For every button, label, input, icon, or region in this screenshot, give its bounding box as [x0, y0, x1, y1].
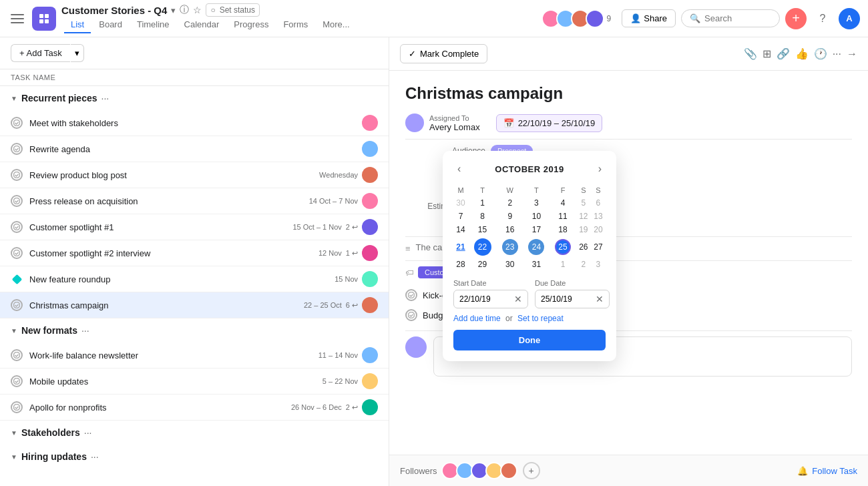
user-avatar[interactable]: A [839, 8, 860, 29]
search-box[interactable]: 🔍 [681, 9, 780, 27]
start-date-field[interactable]: ✕ [453, 290, 528, 308]
section-more-stakeholders[interactable]: ··· [84, 427, 92, 438]
attachment-icon[interactable]: 📎 [744, 47, 757, 60]
due-date-clear-btn[interactable]: ✕ [596, 294, 604, 304]
task-row[interactable]: Meet with stakeholders [0, 110, 389, 136]
date-field[interactable]: 📅 22/10/19 – 25/10/19 [496, 114, 603, 132]
task-check[interactable] [11, 299, 23, 311]
share-button[interactable]: 👤 Share [622, 9, 676, 27]
calendar-done-button[interactable]: Done [453, 330, 606, 350]
tab-timeline[interactable]: Timeline [130, 17, 176, 33]
set-status-btn[interactable]: ○ Set status [206, 3, 260, 17]
section-more-hiring[interactable]: ··· [91, 451, 99, 462]
cal-day[interactable]: 3 [591, 258, 606, 271]
cal-day[interactable]: 5 [576, 196, 591, 210]
help-button[interactable]: ? [812, 8, 833, 29]
section-new-formats[interactable]: ▼ New formats ··· [0, 318, 389, 342]
task-row[interactable]: Mobile updates 5 – 22 Nov [0, 369, 389, 395]
task-check[interactable] [11, 401, 23, 413]
cal-day[interactable]: 12 [576, 210, 591, 223]
link-icon[interactable]: 🔗 [777, 47, 790, 60]
task-row[interactable]: Rewrite agenda [0, 136, 389, 162]
cal-day[interactable]: 16 [497, 223, 523, 236]
cal-day[interactable]: 10 [523, 210, 550, 223]
cal-day[interactable]: 19 [576, 223, 591, 236]
cal-day[interactable]: 4 [550, 196, 576, 210]
like-icon[interactable]: 👍 [795, 47, 809, 60]
tab-more[interactable]: More... [316, 17, 356, 33]
cal-day-23[interactable]: 23 [497, 236, 523, 258]
more-icon[interactable]: ··· [833, 48, 841, 60]
cal-day[interactable]: 2 [497, 196, 523, 210]
start-date-input[interactable] [459, 294, 513, 304]
expand-icon[interactable]: → [847, 48, 857, 60]
task-row[interactable]: Press release on acquisition 14 Oct – 7 … [0, 188, 389, 214]
add-due-time-link[interactable]: Add due time [453, 314, 501, 323]
cal-next-btn[interactable]: › [594, 162, 606, 176]
add-follower-btn[interactable]: + [523, 462, 540, 479]
task-check[interactable] [11, 221, 23, 233]
cal-day-22[interactable]: 22 [468, 236, 497, 258]
copy-icon[interactable]: ⊞ [763, 47, 771, 60]
due-date-input[interactable] [541, 294, 594, 304]
clock-icon[interactable]: 🕐 [814, 47, 827, 60]
tab-calendar[interactable]: Calendar [178, 17, 226, 33]
start-date-clear-btn[interactable]: ✕ [514, 294, 522, 304]
cal-day[interactable]: 31 [523, 258, 550, 271]
cal-prev-btn[interactable]: ‹ [453, 162, 465, 176]
section-hiring[interactable]: ▼ Hiring updates ··· [0, 445, 389, 469]
cal-day[interactable]: 11 [550, 210, 576, 223]
hamburger-icon[interactable] [8, 9, 27, 28]
task-row[interactable]: Work-life balance newsletter 11 – 14 Nov [0, 342, 389, 369]
cal-day[interactable]: 1 [468, 196, 497, 210]
task-row[interactable]: Review product blog post Wednesday [0, 162, 389, 188]
task-row[interactable]: New feature roundup 15 Nov [0, 266, 389, 292]
cal-day[interactable]: 14 [453, 223, 468, 236]
cal-day[interactable]: 3 [523, 196, 550, 210]
cal-day[interactable]: 28 [453, 258, 468, 271]
cal-day-24[interactable]: 24 [523, 236, 550, 258]
cal-day[interactable]: 27 [591, 236, 606, 258]
add-button[interactable]: + [785, 8, 807, 29]
title-dropdown-btn[interactable]: ▾ [171, 5, 176, 15]
cal-day[interactable]: 29 [468, 258, 497, 271]
task-row[interactable]: Customer spotlight #2 interview 12 Nov 1… [0, 240, 389, 266]
task-check[interactable] [11, 117, 23, 129]
section-recurrent[interactable]: ▼ Recurrent pieces ··· [0, 86, 389, 110]
cal-day[interactable]: 26 [576, 236, 591, 258]
section-stakeholders[interactable]: ▼ Stakeholders ··· [0, 421, 389, 445]
mark-complete-button[interactable]: ✓ Mark Complete [400, 44, 487, 63]
section-more-recurrent[interactable]: ··· [101, 93, 110, 103]
cal-day[interactable]: 13 [591, 210, 606, 223]
cal-day[interactable]: 9 [497, 210, 523, 223]
tab-forms[interactable]: Forms [276, 17, 314, 33]
task-check[interactable] [11, 169, 23, 181]
cal-day[interactable]: 7 [453, 210, 468, 223]
star-btn[interactable]: ☆ [193, 5, 202, 15]
due-date-field[interactable]: ✕ [535, 290, 610, 308]
cal-day[interactable]: 15 [468, 223, 497, 236]
tab-list[interactable]: List [64, 17, 91, 33]
cal-day[interactable]: 2 [576, 258, 591, 271]
cal-day-21[interactable]: 21 [453, 236, 468, 258]
subtask-check[interactable] [405, 289, 417, 301]
info-btn[interactable]: ⓘ [180, 4, 189, 16]
set-repeat-link[interactable]: Set to repeat [517, 314, 564, 323]
subtask-check[interactable] [405, 309, 417, 321]
task-check[interactable] [11, 143, 23, 155]
task-row[interactable]: Apollo for nonprofits 26 Nov – 6 Dec 2 ↩ [0, 395, 389, 421]
task-check[interactable] [11, 195, 23, 207]
tab-board[interactable]: Board [92, 17, 129, 33]
add-task-dropdown-btn[interactable]: ▾ [71, 44, 84, 62]
task-row[interactable]: Customer spotlight #1 15 Oct – 1 Nov 2 ↩ [0, 214, 389, 240]
cal-day[interactable]: 18 [550, 223, 576, 236]
cal-day[interactable]: 1 [550, 258, 576, 271]
cal-day[interactable]: 30 [453, 196, 468, 210]
task-row-christmas[interactable]: Christmas campaign 22 – 25 Oct 6 ↩ [0, 292, 389, 318]
cal-day[interactable]: 20 [591, 223, 606, 236]
task-check[interactable] [11, 349, 23, 361]
cal-day[interactable]: 6 [591, 196, 606, 210]
cal-day[interactable]: 8 [468, 210, 497, 223]
tab-progress[interactable]: Progress [227, 17, 275, 33]
section-more-new-formats[interactable]: ··· [81, 325, 89, 336]
